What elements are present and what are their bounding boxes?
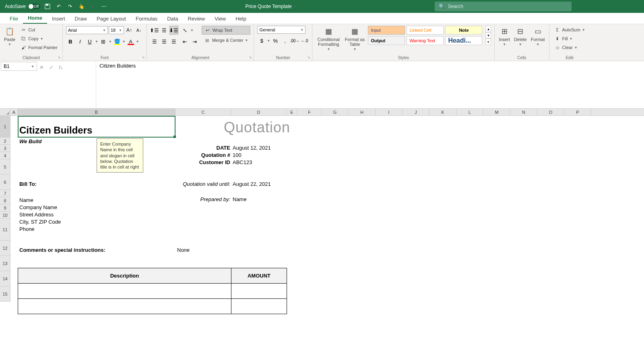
row-header-11[interactable]: 11 [0, 219, 10, 241]
underline-dropdown-icon[interactable]: ▼ [95, 40, 98, 43]
tab-review[interactable]: Review [183, 14, 210, 24]
tab-page-layout[interactable]: Page Layout [92, 14, 131, 24]
row-header-5[interactable]: 5 [0, 159, 10, 175]
merge-center-button[interactable]: ⊟Merge & Center▼ [202, 36, 251, 44]
row-header-13[interactable]: 13 [0, 256, 10, 271]
search-bar[interactable]: 🔍 [435, 2, 572, 11]
style-scroll-down-icon[interactable]: ▼ [485, 32, 491, 39]
tab-data[interactable]: Data [162, 14, 183, 24]
table-row[interactable] [18, 284, 231, 299]
fill-color-button[interactable]: 🪣 [113, 37, 122, 46]
undo-icon[interactable]: ↶ [55, 2, 63, 10]
fill-dropdown-icon[interactable]: ▼ [122, 40, 126, 43]
col-header-d[interactable]: D [231, 109, 287, 115]
row-header-7[interactable]: 7 [0, 190, 10, 197]
col-header-e[interactable]: E [287, 109, 297, 115]
autosave-toggle[interactable]: AutoSave Off [5, 4, 40, 9]
format-as-table-button[interactable]: ▦Format as Table▼ [344, 26, 365, 52]
date-label[interactable]: DATE [175, 145, 230, 151]
col-header-b[interactable]: B [18, 109, 175, 115]
style-input[interactable]: Input [368, 26, 405, 35]
fill-button[interactable]: ⬇Fill▼ [553, 35, 574, 43]
prepared-by-label[interactable]: Prepared by: [175, 196, 230, 202]
paste-button[interactable]: 📋 Paste ▼ [3, 26, 16, 47]
font-color-button[interactable]: A [126, 37, 135, 46]
name-box[interactable]: B1▼ [1, 62, 37, 71]
quotation-title[interactable]: Quotation [224, 119, 290, 136]
fill-handle[interactable] [173, 136, 176, 138]
align-right-icon[interactable]: ☰ [169, 37, 178, 46]
borders-dropdown-icon[interactable]: ▼ [109, 40, 112, 43]
bold-button[interactable]: B [66, 37, 75, 46]
tab-draw[interactable]: Draw [70, 14, 92, 24]
quotation-no-value[interactable]: 100 [233, 152, 242, 158]
col-header-m[interactable]: M [483, 109, 510, 115]
col-header-n[interactable]: N [510, 109, 537, 115]
decrease-decimal-icon[interactable]: ←.0 [300, 36, 309, 45]
borders-button[interactable]: ⊞ [99, 37, 108, 46]
orientation-dropdown-icon[interactable]: ▼ [190, 29, 194, 32]
row-header-3[interactable]: 3 [0, 145, 10, 152]
qat-dropdown-icon[interactable]: ▼ [89, 2, 97, 10]
row-header-12[interactable]: 12 [0, 241, 10, 256]
row-header-8[interactable]: 8 [0, 197, 10, 204]
style-warning-text[interactable]: Warning Text [407, 36, 444, 45]
redo-icon[interactable]: ↷ [66, 2, 74, 10]
alignment-launcher-icon[interactable]: ↘ [248, 55, 253, 60]
doc-dropdown-icon[interactable]: ▼ [294, 5, 297, 8]
prepared-by-value[interactable]: Name [233, 196, 247, 202]
accounting-button[interactable]: $ [257, 36, 266, 45]
number-format-combo[interactable]: General▼ [257, 26, 305, 34]
touch-mode-icon[interactable]: 👆 [77, 2, 85, 10]
billto-company[interactable]: Company Name [19, 204, 57, 210]
description-header[interactable]: Description [18, 268, 231, 284]
align-bottom-icon[interactable]: ⬇☰ [169, 26, 178, 35]
accounting-dropdown-icon[interactable]: ▼ [267, 39, 270, 43]
font-color-dropdown-icon[interactable]: ▼ [136, 40, 139, 43]
format-cells-button[interactable]: ▭Format▼ [530, 26, 546, 47]
slogan-cell[interactable]: We Build [19, 138, 41, 144]
style-linked-cell[interactable]: Linked Cell [407, 26, 444, 35]
conditional-formatting-button[interactable]: ▦Conditional Formatting▼ [316, 26, 341, 52]
tab-insert[interactable]: Insert [47, 14, 70, 24]
font-launcher-icon[interactable]: ↘ [141, 55, 146, 60]
col-header-h[interactable]: H [349, 109, 376, 115]
cut-button[interactable]: ✂Cut [19, 26, 59, 34]
row-header-6[interactable]: 6 [0, 175, 10, 190]
tab-help[interactable]: Help [231, 14, 251, 24]
billto-phone[interactable]: Phone [19, 226, 35, 232]
billto-city[interactable]: City, ST ZIP Code [19, 219, 61, 225]
save-icon[interactable] [43, 2, 52, 10]
qat-customize-icon[interactable]: ⋯ [100, 2, 108, 10]
cancel-formula-icon[interactable]: ✕ [38, 64, 45, 70]
col-header-c[interactable]: C [175, 109, 231, 115]
valid-until-value[interactable]: August 22, 2021 [233, 181, 271, 187]
col-header-o[interactable]: O [537, 109, 564, 115]
tab-home[interactable]: Home [23, 13, 47, 24]
customer-id-label[interactable]: Customer ID [175, 159, 230, 165]
style-scroll-up-icon[interactable]: ▲ [485, 26, 491, 32]
table-row[interactable] [231, 284, 287, 299]
underline-button[interactable]: U [85, 37, 94, 46]
table-row[interactable] [231, 299, 287, 314]
style-note[interactable]: Note [445, 26, 482, 35]
row-header-15[interactable]: 15 [0, 286, 10, 302]
format-painter-button[interactable]: 🖌Format Painter [19, 43, 59, 51]
row-header-2[interactable]: 2 [0, 138, 10, 145]
col-header-f[interactable]: F [297, 109, 322, 115]
table-row[interactable] [18, 299, 231, 314]
decrease-indent-icon[interactable]: ⇤ [181, 37, 190, 46]
insert-function-icon[interactable]: fₓ [57, 64, 64, 70]
date-value[interactable]: August 12, 2021 [233, 145, 271, 151]
style-more-icon[interactable]: ▾ [485, 39, 491, 45]
row-header-10[interactable]: 10 [0, 212, 10, 219]
font-size-combo[interactable]: 18▼ [109, 26, 124, 34]
search-input[interactable] [448, 4, 568, 9]
billto-street[interactable]: Street Address [19, 212, 54, 218]
tab-file[interactable]: File [5, 14, 23, 24]
decrease-font-icon[interactable]: A↓ [134, 26, 143, 35]
align-top-icon[interactable]: ⬆☰ [150, 26, 159, 35]
align-left-icon[interactable]: ☰ [150, 37, 159, 46]
percent-button[interactable]: % [271, 36, 280, 45]
italic-button[interactable]: I [76, 37, 85, 46]
